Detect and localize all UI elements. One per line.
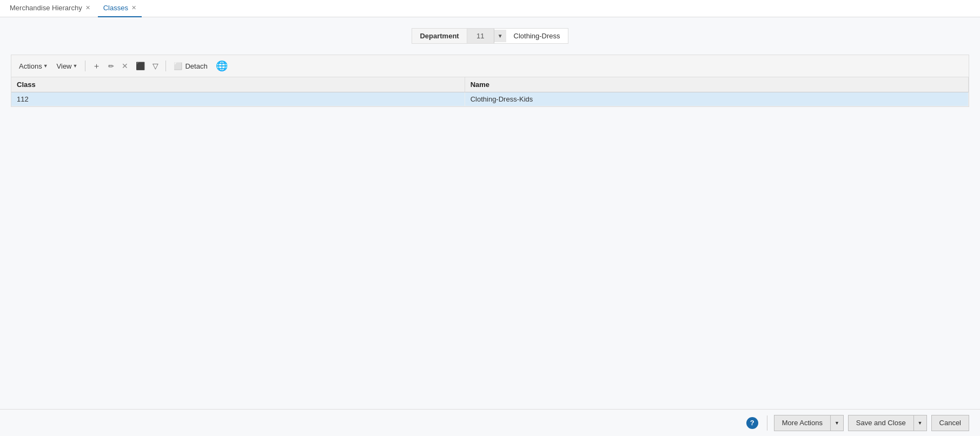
cancel-button[interactable]: Cancel <box>931 415 969 431</box>
save-button[interactable]: ⬛ <box>133 60 148 72</box>
detach-label: Detach <box>185 62 207 70</box>
data-table: Class Name 112 Clothing-Dress-Kids <box>11 77 969 106</box>
delete-icon: ✕ <box>122 62 128 70</box>
cancel-label: Cancel <box>939 419 961 427</box>
filter-icon: ▽ <box>153 62 158 70</box>
table-row[interactable]: 112 Clothing-Dress-Kids <box>11 92 969 106</box>
detach-button[interactable]: ⬜ Detach <box>170 61 210 72</box>
tab-classes[interactable]: Classes ✕ <box>98 0 142 17</box>
view-label: View <box>57 62 72 70</box>
department-label: Department <box>412 28 466 44</box>
department-row: Department 11 ▼ Clothing-Dress <box>11 28 969 44</box>
main-content: Department 11 ▼ Clothing-Dress Actions ▼… <box>0 17 980 428</box>
toolbar-divider-2 <box>165 61 166 71</box>
help-button[interactable]: ? <box>746 417 758 429</box>
toolbar: Actions ▼ View ▼ ＋ ✏ ✕ ⬛ ▽ <box>11 55 969 77</box>
more-actions-button[interactable]: More Actions ▼ <box>774 415 844 431</box>
filter-button[interactable]: ▽ <box>150 60 161 72</box>
save-close-label: Save and Close <box>849 415 914 431</box>
department-number: 11 <box>467 29 494 43</box>
table-header: Class Name <box>11 77 969 92</box>
cell-name: Clothing-Dress-Kids <box>465 92 968 106</box>
more-actions-arrow-icon[interactable]: ▼ <box>831 415 843 431</box>
tab-classes-close[interactable]: ✕ <box>131 4 136 11</box>
edit-icon: ✏ <box>108 62 114 70</box>
tab-merchandise-hierarchy[interactable]: Merchandise Hierarchy ✕ <box>4 0 96 17</box>
footer-separator <box>767 415 767 431</box>
more-actions-label: More Actions <box>774 415 831 431</box>
table-panel: Actions ▼ View ▼ ＋ ✏ ✕ ⬛ ▽ <box>11 55 969 107</box>
edit-button[interactable]: ✏ <box>105 61 117 72</box>
tab-merchandise-hierarchy-close[interactable]: ✕ <box>85 4 90 11</box>
department-name: Clothing-Dress <box>506 29 568 43</box>
department-dropdown-btn[interactable]: ▼ <box>494 30 506 42</box>
actions-arrow-icon: ▼ <box>43 63 48 69</box>
delete-button[interactable]: ✕ <box>119 60 131 72</box>
tab-bar: Merchandise Hierarchy ✕ Classes ✕ <box>0 0 980 17</box>
save-close-arrow-icon[interactable]: ▼ <box>914 415 926 431</box>
actions-label: Actions <box>19 62 42 70</box>
department-value-wrapper: 11 ▼ Clothing-Dress <box>467 28 568 44</box>
detach-icon: ⬜ <box>174 62 182 70</box>
cell-class: 112 <box>11 92 465 106</box>
view-button[interactable]: View ▼ <box>54 61 81 72</box>
table-body: 112 Clothing-Dress-Kids <box>11 92 969 106</box>
tab-merchandise-hierarchy-label: Merchandise Hierarchy <box>10 4 82 12</box>
help-icon-toolbar[interactable]: 🌐 <box>213 58 230 73</box>
footer: ? More Actions ▼ Save and Close ▼ Cancel <box>0 409 980 436</box>
add-icon: ＋ <box>92 61 101 71</box>
col-header-class: Class <box>11 77 465 92</box>
save-close-button[interactable]: Save and Close ▼ <box>848 415 927 431</box>
tab-classes-label: Classes <box>103 4 128 12</box>
toolbar-divider-1 <box>85 61 85 71</box>
view-arrow-icon: ▼ <box>73 63 78 69</box>
add-button[interactable]: ＋ <box>90 59 103 73</box>
save-icon: ⬛ <box>136 62 145 70</box>
actions-button[interactable]: Actions ▼ <box>16 61 51 72</box>
help-icon: ? <box>750 419 754 427</box>
col-header-name: Name <box>465 77 968 92</box>
